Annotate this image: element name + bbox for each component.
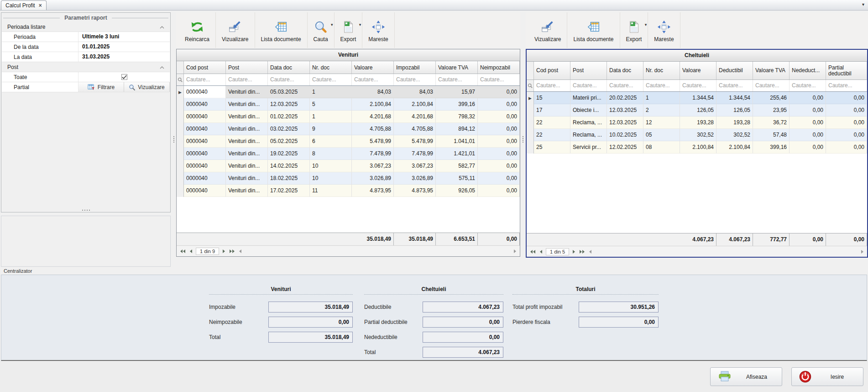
vizualizare-partial-button[interactable]: Vizualizare: [124, 82, 170, 92]
toolbar-button-lista-documente[interactable]: Lista documente: [567, 12, 620, 48]
table-cell[interactable]: 0,00: [826, 129, 867, 141]
table-cell[interactable]: 03.02.2025: [268, 123, 310, 135]
table-cell[interactable]: 6: [310, 135, 352, 148]
table-cell[interactable]: 10: [310, 160, 352, 172]
table-cell[interactable]: 25: [534, 141, 570, 154]
table-cell[interactable]: 1: [310, 111, 352, 123]
table-cell[interactable]: 193,28: [680, 117, 716, 129]
hscroll-left-button[interactable]: [237, 249, 244, 253]
table-row[interactable]: 0000040Venituri din...14.02.2025103.067,…: [177, 160, 520, 172]
table-cell[interactable]: 798,32: [436, 111, 478, 123]
table-cell[interactable]: 894,12: [436, 123, 478, 135]
column-header-nr-doc[interactable]: Nr. doc: [310, 61, 352, 74]
pager-first-button[interactable]: [528, 250, 538, 254]
filter-cell[interactable]: Cautare...: [436, 74, 478, 85]
table-cell[interactable]: Reclama, ...: [570, 129, 607, 141]
table-cell[interactable]: 7.478,99: [352, 148, 394, 160]
table-cell[interactable]: 9: [310, 123, 352, 135]
table-cell[interactable]: 0,00: [826, 141, 867, 154]
table-row[interactable]: 17Obiecte i...12.03.20252126,05126,0523,…: [527, 104, 867, 117]
column-header-nededuct-[interactable]: Nededuct...: [790, 62, 826, 79]
table-cell[interactable]: 0,00: [790, 141, 826, 154]
table-cell[interactable]: 8: [310, 148, 352, 160]
column-header-data-doc[interactable]: Data doc: [607, 62, 643, 79]
table-cell[interactable]: 0,00: [478, 172, 520, 185]
table-cell[interactable]: 23,95: [753, 104, 790, 117]
tab-calcul-profit[interactable]: Calcul Profit ×: [1, 0, 47, 10]
filter-cell[interactable]: Cautare...: [826, 80, 867, 91]
tab-close-icon[interactable]: ×: [39, 2, 42, 9]
filter-cell[interactable]: Cautare...: [534, 80, 570, 91]
group-post[interactable]: Post: [2, 62, 170, 72]
table-cell[interactable]: 4.705,88: [394, 123, 436, 135]
table-cell[interactable]: 4.873,95: [394, 185, 436, 197]
table-cell[interactable]: 0,00: [478, 148, 520, 160]
table-cell[interactable]: 12: [643, 117, 680, 129]
hscroll-left-button[interactable]: [587, 250, 594, 254]
table-cell[interactable]: 05.02.2025: [268, 135, 310, 148]
table-row[interactable]: ▶15Materii pri...20.02.202511.344,541.34…: [527, 92, 867, 104]
table-cell[interactable]: 10.02.2025: [607, 129, 643, 141]
hscroll-right-button[interactable]: [859, 250, 866, 254]
iesire-button[interactable]: Iesire: [791, 367, 863, 386]
table-cell[interactable]: 12.03.2025: [268, 98, 310, 111]
column-header-valoare[interactable]: Valoare: [680, 62, 716, 79]
table-cell[interactable]: 0,00: [790, 117, 826, 129]
table-cell[interactable]: 399,16: [753, 141, 790, 154]
table-cell[interactable]: Venituri din...: [226, 160, 268, 172]
filter-cell[interactable]: Cautare...: [753, 80, 790, 91]
table-cell[interactable]: 17.02.2025: [268, 185, 310, 197]
table-cell[interactable]: 05.03.2025: [268, 86, 310, 98]
toolbar-button-vizualizare[interactable]: Vizualizare: [216, 12, 255, 48]
table-cell[interactable]: 12.02.2025: [607, 141, 643, 154]
table-cell[interactable]: 0,00: [478, 86, 520, 98]
table-cell[interactable]: 0000040: [184, 98, 226, 111]
pager-next-button[interactable]: [220, 249, 227, 253]
column-header-post[interactable]: Post: [226, 61, 268, 74]
table-cell[interactable]: 302,52: [680, 129, 716, 141]
column-header-valoare-tva[interactable]: Valoare TVA: [753, 62, 790, 79]
filter-cell[interactable]: Cautare...: [394, 74, 436, 85]
table-cell[interactable]: 0000040: [184, 86, 226, 98]
table-cell[interactable]: 1.344,54: [680, 92, 716, 104]
table-cell[interactable]: 22: [534, 117, 570, 129]
splitter-left[interactable]: [172, 11, 176, 268]
column-header-deductibil[interactable]: Deductibil: [716, 62, 753, 79]
toolbar-button-mareste[interactable]: Mareste: [362, 12, 394, 48]
column-header-data-doc[interactable]: Data doc: [268, 61, 310, 74]
de-la-data-value[interactable]: 01.01.2025: [78, 42, 170, 52]
toolbar-button-cauta[interactable]: ▾Cauta: [308, 12, 335, 48]
pager-last-button[interactable]: [577, 250, 587, 254]
table-cell[interactable]: 926,05: [436, 185, 478, 197]
pager-first-button[interactable]: [178, 249, 188, 253]
table-cell[interactable]: 0,00: [826, 92, 867, 104]
table-cell[interactable]: 0,00: [790, 92, 826, 104]
table-cell[interactable]: 4.201,68: [352, 111, 394, 123]
table-cell[interactable]: 2.100,84: [680, 141, 716, 154]
table-cell[interactable]: 0,00: [478, 135, 520, 148]
column-header-neimpozabil[interactable]: Neimpozabil: [478, 61, 520, 74]
table-cell[interactable]: 255,46: [753, 92, 790, 104]
table-row[interactable]: 0000040Venituri din...18.02.2025103.026,…: [177, 172, 520, 185]
table-cell[interactable]: 0000040: [184, 111, 226, 123]
table-cell[interactable]: 12.03.2025: [607, 117, 643, 129]
table-cell[interactable]: 18.02.2025: [268, 172, 310, 185]
column-header-post[interactable]: Post: [570, 62, 607, 79]
table-cell[interactable]: 0,00: [826, 117, 867, 129]
table-cell[interactable]: 12.03.2025: [607, 104, 643, 117]
column-header-partial-deductibil[interactable]: Partial deductibil: [826, 62, 867, 79]
table-cell[interactable]: Venituri din...: [226, 111, 268, 123]
table-cell[interactable]: Venituri din...: [226, 135, 268, 148]
toolbar-button-reincarca[interactable]: Reincarca: [179, 12, 216, 48]
pager-prev-button[interactable]: [538, 250, 544, 254]
table-cell[interactable]: 17: [534, 104, 570, 117]
table-cell[interactable]: Venituri din...: [226, 86, 268, 98]
splitter-middle[interactable]: [520, 11, 526, 268]
table-cell[interactable]: 399,16: [436, 98, 478, 111]
toolbar-button-export[interactable]: ▾Export: [335, 12, 363, 48]
table-cell[interactable]: 5.478,99: [352, 135, 394, 148]
table-cell[interactable]: Materii pri...: [570, 92, 607, 104]
table-cell[interactable]: Reclama, ...: [570, 117, 607, 129]
table-cell[interactable]: 08: [643, 141, 680, 154]
table-cell[interactable]: 84,03: [352, 86, 394, 98]
